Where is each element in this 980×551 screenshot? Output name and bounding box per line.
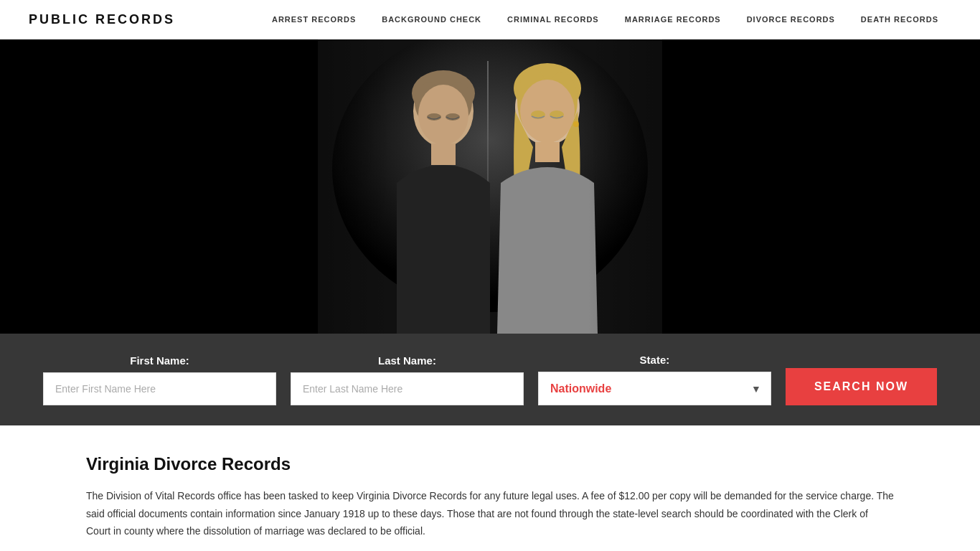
svg-rect-0 xyxy=(318,39,662,334)
nav-link-criminal-records[interactable]: CRIMINAL RECORDS xyxy=(494,15,612,24)
content-title: Virginia Divorce Records xyxy=(86,454,894,474)
svg-point-15 xyxy=(520,80,575,143)
svg-point-1 xyxy=(332,39,648,312)
svg-point-6 xyxy=(443,83,472,123)
state-label: State: xyxy=(538,354,771,366)
svg-point-9 xyxy=(427,113,441,121)
svg-point-14 xyxy=(546,72,578,129)
first-name-field: First Name: xyxy=(43,354,276,405)
hero-image xyxy=(318,39,662,334)
svg-point-18 xyxy=(550,110,564,119)
state-select-wrapper: NationwideAlabamaAlaskaArizonaArkansasCa… xyxy=(538,372,771,405)
svg-point-11 xyxy=(515,70,580,145)
svg-point-13 xyxy=(517,68,549,133)
last-name-field: Last Name: xyxy=(291,354,524,405)
last-name-input[interactable] xyxy=(291,372,524,405)
hero-section xyxy=(0,39,980,334)
svg-rect-8 xyxy=(431,143,456,165)
content-paragraph-1: The Division of Vital Records office has… xyxy=(86,487,894,540)
site-header: PUBLIC RECORDS ARREST RECORDSBACKGROUND … xyxy=(0,0,980,39)
nav-link-divorce-records[interactable]: DIVORCE RECORDS xyxy=(734,15,848,24)
nav-link-death-records[interactable]: DEATH RECORDS xyxy=(848,15,951,24)
content-section: Virginia Divorce Records The Division of… xyxy=(0,425,980,551)
nav-link-background-check[interactable]: BACKGROUND CHECK xyxy=(369,15,494,24)
state-select[interactable]: NationwideAlabamaAlaskaArizonaArkansasCa… xyxy=(538,372,771,405)
svg-point-19 xyxy=(573,121,579,127)
svg-rect-16 xyxy=(535,142,560,162)
svg-point-17 xyxy=(531,110,545,119)
svg-point-4 xyxy=(412,70,475,116)
svg-point-7 xyxy=(418,85,468,145)
nav-link-arrest-records[interactable]: ARREST RECORDS xyxy=(259,15,369,24)
svg-rect-2 xyxy=(487,61,489,334)
main-nav: ARREST RECORDSBACKGROUND CHECKCRIMINAL R… xyxy=(259,15,951,24)
nav-link-marriage-records[interactable]: MARRIAGE RECORDS xyxy=(612,15,734,24)
svg-point-12 xyxy=(514,63,581,113)
search-section: First Name: Last Name: State: Nationwide… xyxy=(0,334,980,425)
first-name-label: First Name: xyxy=(43,354,276,367)
first-name-input[interactable] xyxy=(43,372,276,405)
site-logo: PUBLIC RECORDS xyxy=(29,12,175,27)
state-field: State: NationwideAlabamaAlaskaArizonaArk… xyxy=(538,354,771,405)
search-now-button[interactable]: SEARCH NOW xyxy=(786,368,937,405)
svg-point-5 xyxy=(415,83,443,123)
svg-point-10 xyxy=(446,113,460,121)
last-name-label: Last Name: xyxy=(291,354,524,367)
svg-point-3 xyxy=(413,75,473,147)
